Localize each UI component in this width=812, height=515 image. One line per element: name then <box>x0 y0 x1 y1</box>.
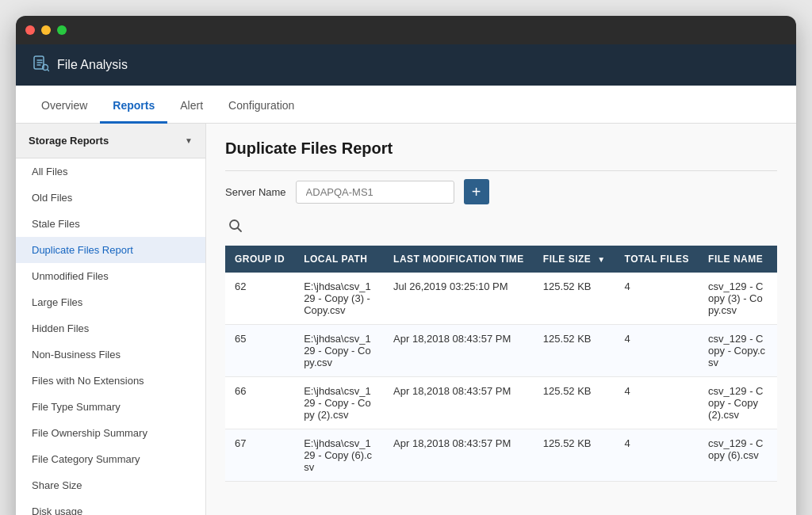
cell-last-mod-time: Apr 18,2018 08:43:57 PM <box>384 429 534 482</box>
report-panel: Duplicate Files Report Server Name + <box>206 124 796 515</box>
tab-alert[interactable]: Alert <box>167 90 216 124</box>
svg-point-2 <box>230 220 239 229</box>
cell-total-files: 4 <box>615 273 699 325</box>
minimize-button[interactable] <box>41 25 51 35</box>
cell-last-mod-time: Apr 18,2018 08:43:57 PM <box>384 325 534 377</box>
cell-file-size: 125.52 KB <box>534 325 615 377</box>
sidebar-item-old-files[interactable]: Old Files <box>16 185 205 211</box>
sidebar-item-stale-files[interactable]: Stale Files <box>16 211 205 237</box>
add-server-button[interactable]: + <box>464 179 489 204</box>
sidebar: Storage Reports ▼ All Files Old Files St… <box>16 124 206 515</box>
table-row: 62 E:\jhdsa\csv_129 - Copy (3) - Copy.cs… <box>225 273 777 325</box>
report-title: Duplicate Files Report <box>225 139 777 158</box>
data-table: GROUP ID LOCAL PATH LAST MODIFICATION TI… <box>225 246 777 482</box>
app-title: File Analysis <box>57 58 128 72</box>
cell-group-id: 66 <box>225 377 294 429</box>
cell-group-id: 65 <box>225 325 294 377</box>
maximize-button[interactable] <box>57 25 67 35</box>
cell-file-size: 125.52 KB <box>534 377 615 429</box>
cell-file-size: 125.52 KB <box>534 273 615 325</box>
col-local-path: LOCAL PATH <box>294 246 384 273</box>
sidebar-collapse-arrow[interactable]: ▼ <box>185 136 193 145</box>
sidebar-item-disk-usage[interactable]: Disk usage <box>16 498 205 515</box>
cell-file-size: 125.52 KB <box>534 429 615 482</box>
cell-total-files: 4 <box>615 325 699 377</box>
sidebar-item-file-type-summary[interactable]: File Type Summary <box>16 394 205 420</box>
cell-last-mod-time: Apr 18,2018 08:43:57 PM <box>384 377 534 429</box>
cell-last-mod-time: Jul 26,2019 03:25:10 PM <box>384 273 534 325</box>
tab-overview[interactable]: Overview <box>29 90 100 124</box>
titlebar <box>16 16 796 44</box>
server-input[interactable] <box>296 181 454 204</box>
table-row: 65 E:\jhdsa\csv_129 - Copy - Copy.csv Ap… <box>225 325 777 377</box>
cell-group-id: 62 <box>225 273 294 325</box>
table-row: 67 E:\jhdsa\csv_129 - Copy (6).csv Apr 1… <box>225 429 777 482</box>
sidebar-item-share-size[interactable]: Share Size <box>16 472 205 498</box>
sidebar-item-unmodified-files[interactable]: Unmodified Files <box>16 263 205 289</box>
cell-total-files: 4 <box>615 429 699 482</box>
sidebar-item-all-files[interactable]: All Files <box>16 158 205 185</box>
cell-local-path: E:\jhdsa\csv_129 - Copy (3) - Copy.csv <box>294 273 384 325</box>
col-group-id: GROUP ID <box>225 246 294 273</box>
sort-arrow-file-size: ▼ <box>597 255 605 264</box>
sidebar-header-label: Storage Reports <box>29 135 109 147</box>
main-content: Storage Reports ▼ All Files Old Files St… <box>16 124 796 515</box>
app-window: File Analysis Overview Reports Alert Con… <box>16 16 796 515</box>
table-row: 66 E:\jhdsa\csv_129 - Copy - Copy (2).cs… <box>225 377 777 429</box>
col-file-name: FILE NAME <box>699 246 777 273</box>
sidebar-item-file-ownership-summary[interactable]: File Ownership Summary <box>16 420 205 446</box>
server-label: Server Name <box>225 186 286 198</box>
sidebar-item-file-category-summary[interactable]: File Category Summary <box>16 446 205 472</box>
sidebar-item-large-files[interactable]: Large Files <box>16 289 205 315</box>
sidebar-item-no-extensions[interactable]: Files with No Extensions <box>16 368 205 394</box>
cell-group-id: 67 <box>225 429 294 482</box>
divider <box>225 170 777 171</box>
cell-file-name: csv_129 - Copy - Copy.csv <box>699 325 777 377</box>
sidebar-item-hidden-files[interactable]: Hidden Files <box>16 315 205 341</box>
tab-reports[interactable]: Reports <box>100 90 167 124</box>
col-last-mod-time: LAST MODIFICATION TIME <box>384 246 534 273</box>
table-header-row: GROUP ID LOCAL PATH LAST MODIFICATION TI… <box>225 246 777 273</box>
cell-file-name: csv_129 - Copy (6).csv <box>699 429 777 482</box>
search-button[interactable] <box>225 216 246 239</box>
cell-local-path: E:\jhdsa\csv_129 - Copy (6).csv <box>294 429 384 482</box>
cell-file-name: csv_129 - Copy (3) - Copy.csv <box>699 273 777 325</box>
cell-local-path: E:\jhdsa\csv_129 - Copy - Copy.csv <box>294 325 384 377</box>
cell-total-files: 4 <box>615 377 699 429</box>
sidebar-item-non-business-files[interactable]: Non-Business Files <box>16 341 205 368</box>
col-file-size[interactable]: FILE SIZE ▼ <box>534 246 615 273</box>
app-header: File Analysis <box>16 44 796 86</box>
col-total-files: TOTAL FILES <box>615 246 699 273</box>
sidebar-header: Storage Reports ▼ <box>16 124 205 158</box>
nav-tabs: Overview Reports Alert Configuration <box>16 86 796 124</box>
search-row <box>225 216 777 239</box>
close-button[interactable] <box>25 25 35 35</box>
cell-file-name: csv_129 - Copy - Copy (2).csv <box>699 377 777 429</box>
sidebar-item-duplicate-files[interactable]: Duplicate Files Report <box>16 237 205 263</box>
file-analysis-icon <box>32 55 49 76</box>
tab-configuration[interactable]: Configuration <box>216 90 307 124</box>
cell-local-path: E:\jhdsa\csv_129 - Copy - Copy (2).csv <box>294 377 384 429</box>
server-row: Server Name + <box>225 179 777 204</box>
